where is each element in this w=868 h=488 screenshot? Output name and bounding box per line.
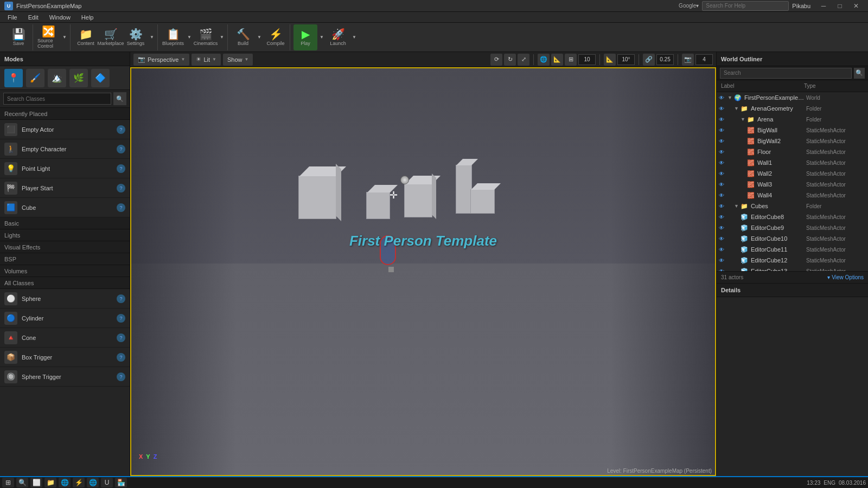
search-classes-button[interactable]: 🔍 xyxy=(113,92,126,105)
surface-snapping-btn[interactable]: 📐 xyxy=(551,54,563,66)
content-button[interactable]: 📁 Content xyxy=(74,24,98,50)
lit-btn[interactable]: ☀ Lit ▼ xyxy=(192,54,221,66)
marketplace-button[interactable]: 🛒 Marketplace xyxy=(99,24,123,50)
mode-paint[interactable]: 🖌️ xyxy=(26,69,44,87)
outliner-row-wall3[interactable]: 👁 🧱 Wall3 StaticMeshActor xyxy=(717,179,868,190)
source-control-button[interactable]: 🔀 Source Control xyxy=(36,24,60,50)
mode-landscape[interactable]: 🏔️ xyxy=(48,69,66,87)
menu-edit[interactable]: Edit xyxy=(23,13,44,22)
class-cylinder[interactable]: 🔵 Cylinder ? xyxy=(0,309,130,328)
outliner-search-input[interactable] xyxy=(720,68,852,79)
play-arrow[interactable]: ▼ xyxy=(318,24,325,50)
search-classes-input[interactable] xyxy=(3,93,111,105)
player-start-info[interactable]: ? xyxy=(117,184,125,192)
class-empty-actor[interactable]: ⬛ Empty Actor ? xyxy=(0,120,130,139)
outliner-search-btn[interactable]: 🔍 xyxy=(854,68,865,79)
show-btn[interactable]: Show ▼ xyxy=(223,54,253,66)
viewport-scene[interactable]: ✛ First Person Template X xyxy=(130,67,716,476)
outliner-row-wall4[interactable]: 👁 🧱 Wall4 StaticMeshActor xyxy=(717,190,868,201)
launch-button[interactable]: 🚀 Launch xyxy=(326,24,350,50)
launch-arrow[interactable]: ▼ xyxy=(351,24,358,50)
blueprints-arrow[interactable]: ▼ xyxy=(186,24,193,50)
outliner-row-bigwall2[interactable]: 👁 🧱 BigWall2 StaticMeshActor xyxy=(717,136,868,146)
close-button[interactable]: ✕ xyxy=(848,1,864,11)
mode-foliage[interactable]: 🌿 xyxy=(69,69,88,87)
settings-arrow[interactable]: ▼ xyxy=(149,24,155,50)
task-view-btn[interactable]: ⬜ xyxy=(30,478,42,487)
chrome-btn[interactable]: 🌐 xyxy=(59,478,71,487)
compile-button[interactable]: ⚡ Compile xyxy=(264,24,288,50)
maximize-button[interactable]: □ xyxy=(832,1,847,11)
perspective-btn[interactable]: 📷 Perspective ▼ xyxy=(133,54,189,66)
grid-size-input[interactable] xyxy=(578,54,596,65)
scale-snap-input[interactable] xyxy=(656,54,674,65)
outliner-row-wall2[interactable]: 👁 🧱 Wall2 StaticMeshActor xyxy=(717,168,868,179)
section-volumes[interactable]: Volumes xyxy=(0,265,130,277)
minimize-button[interactable]: ─ xyxy=(816,1,831,11)
transform-btn[interactable]: ⟳ xyxy=(490,54,502,66)
empty-character-info[interactable]: ? xyxy=(117,145,125,153)
outliner-row-cube10[interactable]: 👁 🧊 EditorCube10 StaticMeshActor xyxy=(717,233,868,244)
store-btn[interactable]: 🏪 xyxy=(115,478,127,487)
section-all-classes[interactable]: All Classes xyxy=(0,277,130,289)
mode-place[interactable]: 📍 xyxy=(4,69,23,87)
sphere-info[interactable]: ? xyxy=(117,294,125,303)
box-trigger-info[interactable]: ? xyxy=(117,353,125,362)
mode-geometry[interactable]: 🔷 xyxy=(91,69,110,87)
grid-btn[interactable]: ⊞ xyxy=(565,54,577,66)
section-recently-placed[interactable]: Recently Placed xyxy=(0,108,130,120)
outliner-row-cubes[interactable]: 👁 ▼ 📁 Cubes Folder xyxy=(717,201,868,211)
play-button[interactable]: ▶ Play xyxy=(293,24,317,50)
menu-help[interactable]: Help xyxy=(76,13,99,22)
unreal-btn[interactable]: U xyxy=(101,478,113,487)
cinematics-arrow[interactable]: ▼ xyxy=(219,24,225,50)
outliner-row-cube11[interactable]: 👁 🧊 EditorCube11 StaticMeshActor xyxy=(717,244,868,255)
ie-btn[interactable]: 🌐 xyxy=(87,478,99,487)
outliner-row-cube13[interactable]: 👁 🧊 EditorCube13 StaticMeshActor xyxy=(717,266,868,271)
vs-btn[interactable]: ⚡ xyxy=(73,478,85,487)
outliner-row-arena-geo[interactable]: 👁 ▼ 📁 ArenaGeometry Folder xyxy=(717,103,868,114)
world-local-btn[interactable]: 🌐 xyxy=(538,54,550,66)
outliner-row-wall1[interactable]: 👁 🧱 Wall1 StaticMeshActor xyxy=(717,157,868,168)
section-bsp[interactable]: BSP xyxy=(0,253,130,265)
blueprints-button[interactable]: 📋 Blueprints xyxy=(161,24,185,50)
outliner-row-arena[interactable]: 👁 ▼ 📁 Arena Folder xyxy=(717,114,868,125)
sphere-trigger-info[interactable]: ? xyxy=(117,373,125,381)
help-search-input[interactable] xyxy=(702,1,789,11)
scale-btn[interactable]: ⤢ xyxy=(518,54,529,66)
build-button[interactable]: 🔨 Build xyxy=(231,24,255,50)
angle-btn[interactable]: 📐 xyxy=(604,54,616,66)
outliner-row-cube8[interactable]: 👁 🧊 EditorCube8 StaticMeshActor xyxy=(717,211,868,222)
source-control-arrow[interactable]: ▼ xyxy=(61,24,68,50)
empty-actor-info[interactable]: ? xyxy=(117,125,125,134)
camera-speed-btn[interactable]: 📷 xyxy=(682,54,694,66)
outliner-row-cube12[interactable]: 👁 🧊 EditorCube12 StaticMeshActor xyxy=(717,255,868,266)
save-button[interactable]: 💾 Save xyxy=(7,24,30,50)
angle-input[interactable] xyxy=(617,54,635,65)
start-button[interactable]: ⊞ xyxy=(2,478,14,487)
scale-snap-btn[interactable]: 🔗 xyxy=(643,54,655,66)
point-light-info[interactable]: ? xyxy=(117,164,125,173)
class-box-trigger[interactable]: 📦 Box Trigger ? xyxy=(0,348,130,367)
outliner-row-cube9[interactable]: 👁 🧊 EditorCube9 StaticMeshActor xyxy=(717,222,868,233)
outliner-row-map[interactable]: 👁 ▼ 🌍 FirstPersonExampleMap World xyxy=(717,92,868,103)
section-basic[interactable]: Basic xyxy=(0,217,130,229)
section-lights[interactable]: Lights xyxy=(0,229,130,241)
class-point-light[interactable]: 💡 Point Light ? xyxy=(0,159,130,178)
camera-speed-input[interactable] xyxy=(695,54,713,65)
class-player-start[interactable]: 🏁 Player Start ? xyxy=(0,178,130,198)
outliner-view-options[interactable]: ▾ View Options xyxy=(827,274,864,280)
menu-window[interactable]: Window xyxy=(44,13,76,22)
outliner-row-floor[interactable]: 👁 🧱 Floor StaticMeshActor xyxy=(717,146,868,157)
rotate-btn[interactable]: ↻ xyxy=(504,54,516,66)
class-empty-character[interactable]: 🚶 Empty Character ? xyxy=(0,139,130,159)
build-arrow[interactable]: ▼ xyxy=(256,24,263,50)
cylinder-info[interactable]: ? xyxy=(117,314,125,323)
class-sphere-trigger[interactable]: 🔘 Sphere Trigger ? xyxy=(0,367,130,387)
class-cube[interactable]: 🟦 Cube ? xyxy=(0,198,130,217)
cube-info[interactable]: ? xyxy=(117,203,125,212)
menu-file[interactable]: File xyxy=(2,13,23,22)
settings-button[interactable]: ⚙️ Settings xyxy=(124,24,148,50)
outliner-row-bigwall[interactable]: 👁 🧱 BigWall StaticMeshActor xyxy=(717,125,868,136)
section-visual-effects[interactable]: Visual Effects xyxy=(0,241,130,253)
